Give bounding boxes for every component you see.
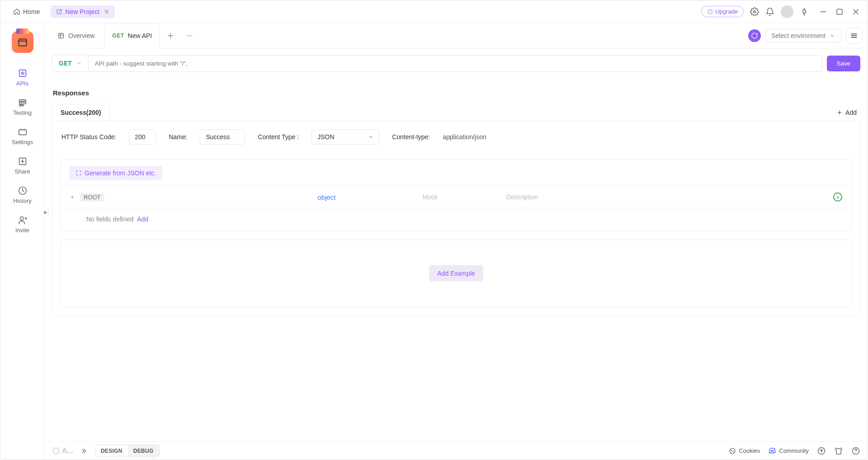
share-icon bbox=[18, 156, 28, 166]
home-tab[interactable]: Home bbox=[8, 5, 45, 18]
overview-icon bbox=[57, 32, 65, 39]
tab-new-api[interactable]: GET New API bbox=[104, 23, 160, 48]
schema-root-row: ▼ ROOT object Mock Description + bbox=[61, 186, 851, 208]
cookies-label: Cookies bbox=[739, 447, 760, 454]
svg-point-13 bbox=[189, 35, 190, 36]
refresh-env-button[interactable] bbox=[748, 29, 761, 42]
response-name-input[interactable] bbox=[200, 129, 245, 145]
expand-bottom-icon[interactable] bbox=[80, 446, 89, 455]
generate-from-json-button[interactable]: Generate from JSON etc. bbox=[69, 166, 162, 180]
more-tabs-button[interactable] bbox=[181, 28, 198, 44]
response-tab-success[interactable]: Success(200) bbox=[52, 104, 110, 121]
chevron-down-icon bbox=[368, 134, 373, 140]
environment-select[interactable]: Select environment bbox=[765, 29, 841, 42]
example-box: Add Example bbox=[61, 239, 852, 307]
tab-overview[interactable]: Overview bbox=[50, 23, 102, 48]
no-fields-row: No fields defined Add bbox=[61, 208, 851, 231]
svg-point-12 bbox=[187, 35, 188, 36]
svg-rect-2 bbox=[19, 39, 26, 46]
schema-box: Generate from JSON etc. ▼ ROOT object Mo… bbox=[61, 159, 852, 231]
status-code-input[interactable] bbox=[129, 129, 156, 145]
add-example-button[interactable]: Add Example bbox=[429, 265, 483, 282]
minimize-icon[interactable] bbox=[819, 7, 828, 16]
sidebar-label-apis: APIs bbox=[16, 80, 28, 87]
request-row: GET Save bbox=[45, 48, 868, 78]
chevron-down-icon bbox=[76, 61, 82, 66]
close-project-icon[interactable]: ✕ bbox=[104, 8, 109, 15]
debug-mode-button[interactable]: DEBUG bbox=[128, 445, 159, 457]
invite-icon bbox=[18, 215, 28, 225]
maximize-icon[interactable] bbox=[835, 7, 844, 16]
save-button[interactable]: Save bbox=[827, 56, 860, 71]
app-logo[interactable] bbox=[12, 31, 33, 53]
sidebar-item-history[interactable]: History bbox=[7, 181, 38, 209]
sidebar-item-settings[interactable]: Settings bbox=[7, 122, 38, 150]
sidebar-item-testing[interactable]: Testing bbox=[7, 93, 38, 121]
svg-point-14 bbox=[191, 35, 192, 36]
generate-label: Generate from JSON etc. bbox=[85, 169, 156, 177]
method-value: GET bbox=[59, 60, 72, 67]
project-tab[interactable]: New Project ✕ bbox=[51, 5, 114, 18]
titlebar: Home New Project ✕ Upgrade bbox=[0, 0, 868, 23]
sidebar-label-testing: Testing bbox=[13, 109, 32, 116]
header-value: application/json bbox=[443, 133, 486, 141]
tab-api-name: New API bbox=[128, 32, 152, 39]
response-card: HTTP Status Code: Name: Content Type : J… bbox=[52, 121, 860, 316]
svg-point-17 bbox=[731, 450, 732, 451]
env-placeholder: Select environment bbox=[771, 32, 826, 39]
settings-icon[interactable] bbox=[750, 7, 759, 16]
description-column: Description bbox=[506, 193, 538, 201]
cookies-button[interactable]: Cookies bbox=[729, 447, 760, 455]
svg-point-16 bbox=[730, 448, 735, 454]
content-type-select[interactable]: JSON bbox=[311, 129, 379, 145]
svg-point-21 bbox=[855, 452, 856, 453]
hamburger-menu[interactable] bbox=[846, 28, 862, 44]
add-response-label: Add bbox=[845, 109, 857, 116]
svg-point-15 bbox=[53, 448, 59, 454]
collapse-icon[interactable]: ▼ bbox=[70, 195, 75, 200]
close-window-icon[interactable] bbox=[851, 7, 860, 16]
add-field-icon[interactable]: + bbox=[833, 192, 842, 202]
type-link[interactable]: object bbox=[317, 193, 335, 201]
sidebar-label-invite: Invite bbox=[15, 227, 29, 234]
calendar-icon bbox=[17, 36, 28, 48]
no-fields-text: No fields defined bbox=[86, 216, 133, 223]
scan-icon bbox=[75, 170, 82, 176]
status-code-label: HTTP Status Code: bbox=[61, 133, 116, 141]
sidebar-item-apis[interactable]: APIs bbox=[7, 64, 38, 91]
svg-rect-11 bbox=[59, 33, 64, 38]
design-mode-button[interactable]: DESIGN bbox=[95, 445, 128, 457]
expand-sidebar-icon[interactable]: ▶ bbox=[42, 206, 49, 218]
avatar[interactable] bbox=[781, 5, 793, 18]
add-field-link[interactable]: Add bbox=[137, 216, 148, 223]
tshirt-icon[interactable] bbox=[834, 446, 843, 455]
mock-column: Mock bbox=[423, 193, 438, 201]
content-type-label: Content Type : bbox=[258, 133, 299, 141]
community-label: Community bbox=[779, 447, 809, 454]
notifications-icon[interactable] bbox=[765, 7, 774, 16]
svg-rect-5 bbox=[19, 102, 26, 104]
brand-mini-icon: A... bbox=[52, 447, 73, 455]
sidebar-label-share: Share bbox=[14, 168, 30, 175]
sidebar-label-history: History bbox=[13, 197, 31, 204]
svg-point-18 bbox=[733, 451, 733, 451]
community-button[interactable]: Community bbox=[768, 447, 809, 455]
url-input[interactable] bbox=[89, 55, 822, 72]
upgrade-button[interactable]: Upgrade bbox=[701, 6, 744, 17]
method-select[interactable]: GET bbox=[52, 55, 89, 72]
add-response-button[interactable]: Add bbox=[836, 109, 860, 116]
pin-icon[interactable] bbox=[800, 7, 809, 16]
tab-method: GET bbox=[112, 33, 124, 39]
project-tab-label: New Project bbox=[65, 8, 99, 15]
chevron-down-icon bbox=[829, 33, 835, 39]
upload-icon[interactable] bbox=[817, 446, 826, 455]
cookie-icon bbox=[729, 447, 736, 455]
help-icon[interactable] bbox=[851, 446, 860, 455]
header-label: Content-type: bbox=[392, 133, 430, 141]
add-tab-button[interactable] bbox=[162, 28, 179, 44]
sidebar-item-invite[interactable]: Invite bbox=[7, 211, 38, 238]
sidebar-item-share[interactable]: Share bbox=[7, 152, 38, 179]
sidebar-label-settings: Settings bbox=[12, 139, 33, 146]
sparkle-icon bbox=[707, 9, 713, 15]
svg-rect-4 bbox=[19, 100, 26, 102]
